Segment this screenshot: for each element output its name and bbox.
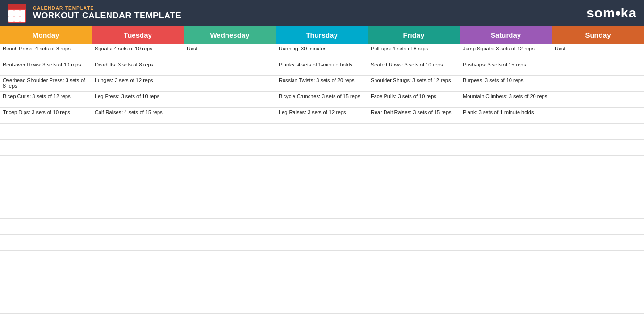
day-cell (184, 235, 276, 251)
day-cell (552, 266, 644, 282)
day-cell: Burpees: 3 sets of 10 reps (460, 76, 552, 92)
day-cell: Calf Raises: 4 sets of 15 reps (92, 108, 184, 124)
day-cell (184, 266, 276, 282)
day-cell (552, 171, 644, 187)
day-cell (184, 219, 276, 235)
day-cell (0, 124, 92, 140)
day-cell: Bench Press: 4 sets of 8 reps (0, 44, 92, 60)
day-cell: Russian Twists: 3 sets of 20 reps (276, 76, 368, 92)
day-cell (0, 266, 92, 282)
day-cell: Pull-ups: 4 sets of 8 reps (368, 44, 460, 60)
day-cell (184, 124, 276, 140)
day-cell (368, 156, 460, 172)
day-cell: Plank: 3 sets of 1-minute holds (460, 108, 552, 124)
day-cell (552, 140, 644, 156)
day-cell (184, 314, 276, 330)
day-cell (276, 156, 368, 172)
day-cell (460, 282, 552, 298)
day-body-thursday: Running: 30 minutesPlanks: 4 sets of 1-m… (276, 44, 368, 330)
day-cell (368, 282, 460, 298)
day-cell (552, 60, 644, 76)
day-cell (552, 282, 644, 298)
day-cell: Leg Press: 3 sets of 10 reps (92, 92, 184, 108)
day-cell (276, 266, 368, 282)
day-cell (276, 140, 368, 156)
day-cell (368, 235, 460, 251)
day-cell (552, 108, 644, 124)
day-cell (92, 187, 184, 203)
day-cell (0, 156, 92, 172)
day-cell (0, 203, 92, 219)
day-cell: Rest (552, 44, 644, 60)
day-cell: Lunges: 3 sets of 12 reps (92, 76, 184, 92)
day-cell: Bicycle Crunches: 3 sets of 15 reps (276, 92, 368, 108)
day-body-friday: Pull-ups: 4 sets of 8 repsSeated Rows: 3… (368, 44, 460, 330)
day-cell (460, 266, 552, 282)
day-cell (92, 251, 184, 267)
day-cell (92, 298, 184, 314)
day-cell: Shoulder Shrugs: 3 sets of 12 reps (368, 76, 460, 92)
day-cell (552, 92, 644, 108)
day-cell (184, 187, 276, 203)
day-cell: Push-ups: 3 sets of 15 reps (460, 60, 552, 76)
logo: somka (586, 6, 636, 21)
day-cell (552, 203, 644, 219)
day-cell (368, 251, 460, 267)
day-cell (0, 298, 92, 314)
calendar-grid: MondayBench Press: 4 sets of 8 repsBent-… (0, 26, 644, 330)
day-cell (460, 219, 552, 235)
day-cell (92, 266, 184, 282)
day-cell (0, 171, 92, 187)
day-cell (184, 282, 276, 298)
day-body-monday: Bench Press: 4 sets of 8 repsBent-over R… (0, 44, 92, 330)
day-cell (0, 282, 92, 298)
day-cell (368, 203, 460, 219)
day-cell: Overhead Shoulder Press: 3 sets of 8 rep… (0, 76, 92, 92)
day-cell (460, 156, 552, 172)
day-cell: Mountain Climbers: 3 sets of 20 reps (460, 92, 552, 108)
day-cell: Rest (184, 44, 276, 60)
day-cell (184, 92, 276, 108)
day-cell (184, 156, 276, 172)
day-cell (0, 140, 92, 156)
day-cell (276, 282, 368, 298)
day-cell (184, 140, 276, 156)
day-cell (552, 235, 644, 251)
day-cell (0, 314, 92, 330)
day-cell (276, 251, 368, 267)
day-column-tuesday: TuesdaySquats: 4 sets of 10 repsDeadlift… (92, 26, 184, 330)
day-cell (184, 203, 276, 219)
day-cell (552, 298, 644, 314)
day-cell (460, 235, 552, 251)
day-header-sunday: Sunday (552, 26, 644, 44)
day-header-wednesday: Wednesday (184, 26, 276, 44)
day-cell: Running: 30 minutes (276, 44, 368, 60)
day-cell (552, 251, 644, 267)
day-cell (0, 187, 92, 203)
day-cell (92, 171, 184, 187)
day-column-monday: MondayBench Press: 4 sets of 8 repsBent-… (0, 26, 92, 330)
day-cell (92, 156, 184, 172)
day-cell (276, 235, 368, 251)
day-cell: Bent-over Rows: 3 sets of 10 reps (0, 60, 92, 76)
day-header-friday: Friday (368, 26, 460, 44)
day-cell (368, 266, 460, 282)
day-cell (92, 124, 184, 140)
day-cell (92, 235, 184, 251)
day-cell (460, 187, 552, 203)
day-cell (92, 314, 184, 330)
day-cell (368, 187, 460, 203)
day-cell (276, 124, 368, 140)
day-header-thursday: Thursday (276, 26, 368, 44)
day-cell (0, 219, 92, 235)
day-column-sunday: SundayRest (552, 26, 644, 330)
day-cell: Deadlifts: 3 sets of 8 reps (92, 60, 184, 76)
day-cell: Planks: 4 sets of 1-minute holds (276, 60, 368, 76)
day-cell (184, 251, 276, 267)
day-cell (368, 140, 460, 156)
day-cell (276, 298, 368, 314)
day-cell (276, 171, 368, 187)
day-cell (0, 251, 92, 267)
day-column-wednesday: WednesdayRest (184, 26, 276, 330)
day-cell (276, 314, 368, 330)
